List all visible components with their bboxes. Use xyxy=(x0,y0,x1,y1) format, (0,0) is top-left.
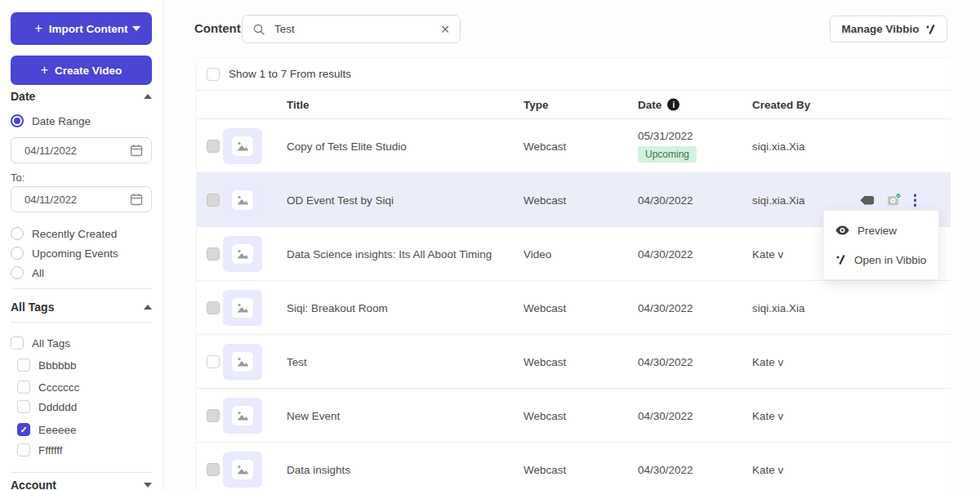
radio-selected-icon[interactable] xyxy=(11,114,24,127)
row-checkbox[interactable] xyxy=(207,301,220,314)
video-published-icon[interactable] xyxy=(886,194,902,207)
show-results-row: Show 1 to 7 From results xyxy=(197,58,951,91)
table-row[interactable]: New Event Webcast 04/30/2022 Kate v xyxy=(197,389,951,443)
tag-checkbox-ccccccc[interactable]: Ccccccc xyxy=(17,381,79,394)
row-title: Siqi: Breakout Room xyxy=(287,301,388,314)
date-to-field[interactable] xyxy=(11,186,152,212)
row-checkbox[interactable] xyxy=(207,463,220,476)
info-icon[interactable]: i xyxy=(667,99,679,111)
thumbnail xyxy=(223,236,262,272)
radio-icon[interactable] xyxy=(11,266,24,279)
calendar-icon[interactable] xyxy=(130,193,143,206)
plus-icon: + xyxy=(34,21,42,36)
row-checkbox[interactable] xyxy=(207,409,220,422)
table-row[interactable]: Test Webcast 04/30/2022 Kate v xyxy=(197,335,951,389)
tag-checkbox-fffffff[interactable]: Fffffff xyxy=(17,443,63,457)
tag-checkbox-bbbbbb[interactable]: Bbbbbb xyxy=(17,359,77,372)
column-header-created-by: Created By xyxy=(752,99,810,111)
column-header-type: Type xyxy=(523,99,549,111)
clear-search-icon[interactable]: ✕ xyxy=(440,23,450,36)
tag-label: All Tags xyxy=(32,337,70,350)
plus-icon: + xyxy=(41,63,48,78)
table-row[interactable]: Data insights Webcast 04/30/2022 Kate v xyxy=(197,443,951,490)
row-creator: siqi.xia.Xia xyxy=(752,194,805,207)
thumbnail xyxy=(223,344,262,380)
checkbox-icon[interactable] xyxy=(17,400,30,413)
row-title: Copy of Tets Elite Studio xyxy=(287,140,407,152)
to-label: To: xyxy=(11,172,24,184)
tags-section-title: All Tags xyxy=(11,301,54,314)
app: + Import Content + Create Video Date Dat… xyxy=(0,0,980,490)
radio-icon[interactable] xyxy=(11,247,24,260)
row-date: 04/30/2022 xyxy=(638,194,693,207)
recently-created-label: Recently Created xyxy=(32,228,117,240)
table-row[interactable]: Siqi: Breakout Room Webcast 04/30/2022 s… xyxy=(197,281,951,335)
select-all-checkbox[interactable] xyxy=(207,68,220,81)
thumbnail xyxy=(223,452,262,488)
row-title: Data Science insights: Its All Aboot Tim… xyxy=(287,247,492,260)
row-type: Webcast xyxy=(523,140,566,152)
tag-label: Bbbbbb xyxy=(38,359,77,372)
divider xyxy=(11,288,152,289)
row-date: 04/30/2022 xyxy=(638,301,693,314)
menu-item-label: Preview xyxy=(858,225,897,237)
tag-label: Ccccccc xyxy=(38,381,79,394)
date-range-label: Date Range xyxy=(32,115,91,127)
row-title: OD Event Test by Siqi xyxy=(287,194,394,207)
table-row[interactable]: Copy of Tets Elite Studio Webcast 05/31/… xyxy=(197,119,951,173)
checkbox-checked-icon[interactable]: ✓ xyxy=(17,423,30,436)
search-input[interactable] xyxy=(273,22,433,36)
date-section-header[interactable]: Date xyxy=(11,90,152,103)
image-icon xyxy=(235,247,250,261)
tag-checkbox-all-tags[interactable]: All Tags xyxy=(11,336,70,350)
chevron-down-icon[interactable] xyxy=(132,26,140,31)
collapse-up-icon[interactable] xyxy=(144,94,152,99)
all-radio[interactable]: All xyxy=(11,266,44,279)
checkbox-icon[interactable] xyxy=(17,443,30,457)
manage-vibbio-label: Manage Vibbio xyxy=(841,23,919,35)
row-checkbox[interactable] xyxy=(207,247,220,261)
table-row-selected[interactable]: OD Event Test by Siqi Webcast 04/30/2022… xyxy=(197,173,951,227)
kebab-menu-icon[interactable] xyxy=(912,192,919,208)
date-range-radio[interactable]: Date Range xyxy=(11,114,91,127)
calendar-icon[interactable] xyxy=(130,144,143,157)
image-icon xyxy=(235,355,250,368)
checkbox-icon[interactable] xyxy=(17,381,30,394)
date-from-field[interactable] xyxy=(11,137,152,163)
row-type: Webcast xyxy=(523,464,566,476)
table-body: Copy of Tets Elite Studio Webcast 05/31/… xyxy=(197,119,951,490)
divider xyxy=(11,322,152,323)
upcoming-events-radio[interactable]: Upcoming Events xyxy=(11,247,118,260)
search-icon xyxy=(252,23,265,36)
menu-item-preview[interactable]: Preview xyxy=(824,216,938,245)
create-video-button[interactable]: + Create Video xyxy=(11,56,152,85)
radio-icon[interactable] xyxy=(11,227,24,240)
tag-checkbox-dddddd[interactable]: Dddddd xyxy=(17,400,77,413)
date-from-input[interactable] xyxy=(23,144,96,158)
checkbox-icon[interactable] xyxy=(17,359,30,372)
show-results-label: Show 1 to 7 From results xyxy=(229,68,351,80)
import-content-button[interactable]: + Import Content xyxy=(11,12,152,45)
row-creator: Kate v xyxy=(752,247,783,260)
collapse-down-icon[interactable] xyxy=(144,483,152,488)
account-section-header[interactable]: Account xyxy=(11,479,152,490)
date-to-input[interactable] xyxy=(23,193,96,207)
menu-item-open-in-vibbio[interactable]: Open in Vibbio xyxy=(824,245,938,274)
row-actions xyxy=(859,192,919,208)
account-section-title: Account xyxy=(11,479,56,490)
tag-icon[interactable] xyxy=(859,194,875,207)
row-checkbox[interactable] xyxy=(207,194,220,207)
page-title: Content xyxy=(194,21,241,35)
checkbox-icon[interactable] xyxy=(11,336,24,350)
content-table-card: Show 1 to 7 From results Title Type Date… xyxy=(196,57,951,490)
collapse-up-icon[interactable] xyxy=(144,305,152,310)
tag-checkbox-eeeeee[interactable]: ✓ Eeeeee xyxy=(17,423,77,436)
manage-vibbio-button[interactable]: Manage Vibbio xyxy=(830,16,947,42)
row-type: Webcast xyxy=(523,194,566,207)
row-checkbox[interactable] xyxy=(207,140,220,153)
tags-section-header[interactable]: All Tags xyxy=(11,301,152,314)
recently-created-radio[interactable]: Recently Created xyxy=(11,227,117,240)
row-checkbox[interactable] xyxy=(207,355,220,368)
search-field[interactable]: ✕ xyxy=(242,15,461,43)
row-title: Test xyxy=(287,355,307,368)
